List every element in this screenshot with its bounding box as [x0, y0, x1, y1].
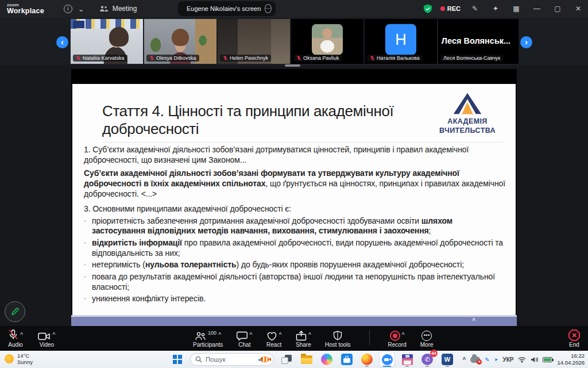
filmstrip-next-button[interactable]: ›	[520, 36, 532, 48]
rec-dot-icon	[440, 6, 445, 11]
slide-paragraph-3: 3. Основними принципами академічної добр…	[84, 204, 506, 214]
participants-options-chevron[interactable]: ^	[218, 331, 221, 337]
floppy-app-button[interactable]	[400, 352, 415, 367]
host-tools-button[interactable]: Host tools	[325, 328, 350, 348]
audio-options-chevron[interactable]: ^	[20, 331, 23, 337]
close-button[interactable]: ✕	[572, 5, 585, 13]
tab-shared-screen[interactable]: Eugene Nikolaiev's screen ⋯	[178, 1, 276, 16]
search-placeholder: Пошук	[206, 356, 253, 363]
tab-meeting[interactable]: Meeting	[99, 5, 137, 13]
chat-button[interactable]: ^ Chat	[237, 328, 252, 348]
slide-paragraph-2: Суб’єкти академічної діяльності зобов’яз…	[84, 168, 506, 199]
video-tile[interactable]: Olesya Ditkovska	[144, 19, 216, 64]
video-tile[interactable]: Nataliia Karvatska	[71, 19, 143, 64]
hidden-icons-chevron[interactable]: ^	[463, 356, 466, 363]
annotate-pencil-icon[interactable]: ✎	[469, 5, 481, 13]
audio-button[interactable]: ^ Audio	[8, 328, 23, 348]
clock-time: 16:22	[557, 352, 585, 359]
participants-icon	[195, 331, 206, 341]
wifi-icon[interactable]	[518, 356, 526, 363]
ai-companion-icon[interactable]: ✦	[489, 5, 502, 13]
annotation-fab-button[interactable]	[5, 301, 25, 322]
onedrive-cloud-icon[interactable]: ✕	[470, 356, 480, 363]
draw-pencil-icon	[10, 307, 20, 316]
copilot-icon	[321, 354, 332, 365]
task-view-button[interactable]	[279, 352, 294, 367]
slide-bullet: ◦ повага до результатів академічної діял…	[84, 272, 506, 292]
apps-grid-icon[interactable]: ▦	[510, 5, 523, 13]
end-meeting-button[interactable]: ✕ End	[568, 328, 580, 348]
slide-bullet: ◦ нетерпимість (нульова толерантність) д…	[84, 260, 506, 270]
participant-name: Oksana Pavliuk	[303, 55, 339, 61]
firefox-button[interactable]	[359, 352, 374, 367]
titlebar-right-controls: REC ✎ ✦ ▦ — ▢ ✕	[423, 0, 585, 17]
strip-caret-icon[interactable]: ^	[472, 317, 475, 324]
word-button[interactable]: W	[440, 352, 455, 367]
record-label: Record	[388, 342, 407, 348]
presentation-slide: Стаття 4. Цінності та принципи академічн…	[72, 84, 516, 315]
meeting-tab-label: Meeting	[113, 5, 137, 13]
react-button[interactable]: ^ React	[266, 328, 282, 348]
share-label: Share	[296, 342, 311, 348]
taskbar-search-box[interactable]: Пошук	[190, 353, 274, 366]
tray-cursor-icon[interactable]: ➤	[494, 357, 498, 362]
participant-display-name: Леся Волянськ...	[438, 36, 514, 45]
video-button[interactable]: ^ Video	[38, 328, 55, 348]
slide-title: Стаття 4. Цінності та принципи академічн…	[102, 102, 432, 137]
end-octagon-icon: ✕	[568, 329, 580, 341]
academy-logo-text: АКАДЕМІЯ ВЧИТЕЛЬСТВА	[434, 117, 501, 135]
microsoft-store-button[interactable]	[339, 352, 354, 367]
participant-name: Olesya Ditkovska	[156, 55, 196, 61]
running-indicator	[365, 366, 369, 367]
video-tile[interactable]: H Наталія Валькова	[365, 19, 437, 64]
battery-icon[interactable]	[543, 357, 552, 362]
running-indicator	[446, 366, 449, 367]
viber-button[interactable]: ✆ 44	[420, 352, 435, 367]
video-options-chevron[interactable]: ^	[52, 331, 55, 337]
share-button[interactable]: ^ Share	[296, 328, 311, 348]
react-options-chevron[interactable]: ^	[279, 331, 282, 337]
info-icon[interactable]: i	[64, 5, 72, 13]
chat-options-chevron[interactable]: ^	[249, 331, 252, 337]
chat-bubble-icon	[237, 331, 247, 341]
shared-screen-area: Стаття 4. Цінності та принципи академічн…	[71, 69, 517, 326]
muted-mic-icon	[149, 55, 154, 61]
video-tile[interactable]: Oksana Pavliuk	[291, 19, 363, 64]
language-indicator[interactable]: УКР	[502, 356, 513, 363]
muted-mic-icon	[370, 55, 375, 61]
toolbar-divider	[369, 330, 370, 345]
share-options-chevron[interactable]: ^	[308, 331, 311, 337]
record-button[interactable]: ^ Record	[388, 328, 407, 348]
speaker-icon[interactable]	[531, 356, 538, 363]
copilot-button[interactable]	[319, 352, 334, 367]
file-explorer-button[interactable]	[299, 352, 314, 367]
slide-bullet: ◦ відкритість інформації про правила ака…	[84, 238, 506, 258]
participants-button[interactable]: 100 ^ Participants	[193, 328, 223, 348]
participant-name: Helen Pasichnyk	[230, 55, 268, 61]
filmstrip-prev-button[interactable]: ‹	[56, 36, 68, 48]
task-view-icon	[281, 355, 292, 364]
start-button[interactable]	[170, 352, 185, 367]
security-shield-icon[interactable]	[423, 4, 432, 14]
titlebar: zoom Workplace i ⌄ Meeting Eugene Nikola…	[0, 0, 588, 17]
mic-muted-icon	[8, 329, 18, 341]
tab-options-icon[interactable]: ⋯	[265, 4, 272, 13]
store-icon	[341, 354, 353, 365]
participant-name: Nataliia Karvatska	[83, 55, 125, 61]
video-tile[interactable]: Helen Pasichnyk	[218, 19, 290, 64]
floppy-disk-icon	[402, 354, 413, 365]
filmstrip-drag-handle[interactable]	[285, 64, 300, 67]
zoom-app-button[interactable]	[380, 352, 394, 367]
system-tray: ^ ✕ ✎ ➤ УКР 16:22 14.04.2026	[463, 351, 585, 368]
record-options-chevron[interactable]: ^	[402, 331, 405, 337]
maximize-button[interactable]: ▢	[551, 5, 564, 13]
more-button[interactable]: ••• More	[420, 328, 434, 348]
tray-pen-icon[interactable]: ✎	[485, 356, 489, 363]
taskbar-clock[interactable]: 16:22 14.04.2026	[557, 352, 585, 366]
zoom-app-icon	[382, 354, 393, 365]
video-tile[interactable]: Леся Волянськ... Леся Волянська-Савчук	[438, 19, 519, 64]
minimize-button[interactable]: —	[531, 5, 543, 13]
taskbar-weather-widget[interactable]: 14°C Sunny	[5, 352, 33, 366]
chevron-down-icon[interactable]: ⌄	[78, 5, 84, 13]
search-highlight-fish-icon	[257, 355, 272, 364]
